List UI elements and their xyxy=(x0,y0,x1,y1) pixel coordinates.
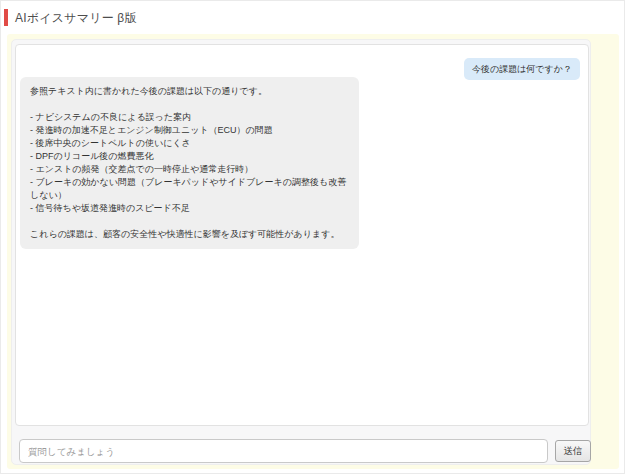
ai-voice-summary-widget: AIボイスサマリー β版 今後の課題は何ですか？ 参照テキスト内に書かれた今後の… xyxy=(0,0,625,474)
title-accent-bar xyxy=(4,9,8,26)
ai-message-bubble: 参照テキスト内に書かれた今後の課題は以下の通りです。 - ナビシステムの不良によ… xyxy=(20,77,359,249)
chat-panel: 今後の課題は何ですか？ 参照テキスト内に書かれた今後の課題は以下の通りです。 -… xyxy=(7,34,619,469)
send-button[interactable]: 送信 xyxy=(555,440,591,462)
page-title: AIボイスサマリー β版 xyxy=(15,10,137,27)
user-message-bubble: 今後の課題は何ですか？ xyxy=(464,58,580,80)
message-list[interactable]: 今後の課題は何ですか？ 参照テキスト内に書かれた今後の課題は以下の通りです。 -… xyxy=(15,44,589,426)
question-input[interactable] xyxy=(19,439,548,463)
chat-container: 今後の課題は何ですか？ 参照テキスト内に書かれた今後の課題は以下の通りです。 -… xyxy=(11,39,591,465)
